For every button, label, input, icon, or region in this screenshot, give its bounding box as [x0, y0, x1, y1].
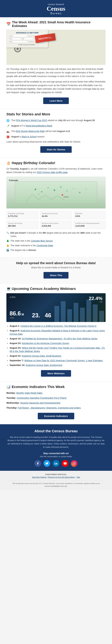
webinar-item-2: August 8: Analyzing Economic Disparities…: [10, 329, 105, 336]
stat-card-3: Education 9.0%: [74, 211, 105, 219]
form-title: INSURANCE CLAIM FORM: [9, 32, 46, 34]
hero-body-text-2: County statistics will be available by s…: [7, 80, 105, 94]
stats-item-3: 🏍️ The 83rd Sturgis Motorcycle Rally wil…: [7, 130, 105, 134]
colorado-fact-3: ⚠️ The state nickname is the Centennial …: [7, 244, 105, 247]
svg-rect-27: [73, 462, 76, 465]
stats-title: Stats for Stories and More: [7, 112, 105, 116]
breastfeeding-icon: 🍼: [7, 124, 10, 128]
svg-point-6: [41, 191, 42, 192]
learn-more-button[interactable]: Learn More: [43, 98, 69, 104]
more-webinars-button[interactable]: More Webinars: [41, 370, 71, 377]
svg-rect-22: [86, 300, 91, 322]
economic-indicators-button[interactable]: Economic Indicators: [38, 413, 74, 419]
backtoschool-link[interactable]: Back to School: [22, 135, 37, 138]
centennial-link[interactable]: Centennial State: [37, 244, 53, 247]
city-icon: 🏙️: [7, 248, 9, 252]
econ-link-1[interactable]: Monthly State Retail Sales: [16, 392, 42, 394]
youtube-icon[interactable]: [62, 460, 68, 467]
webinar-link-8[interactable]: Exploring Census Data: Employment: [26, 364, 62, 366]
econ-link-2[interactable]: Construction Spending (Construction Put …: [17, 397, 67, 399]
stat-card-6: Families and Living Arrangements 2,413,8…: [74, 221, 105, 229]
learn-more-container: Learn More: [7, 98, 105, 104]
motorcycle-icon: 🏍️: [7, 130, 10, 134]
svg-point-1: [16, 48, 19, 50]
help-link[interactable]: Help: [76, 476, 80, 478]
stats-item-1-text: The FIFA Women's World Cup 2023 started …: [11, 119, 95, 122]
share-btn-container: Share This: [7, 272, 105, 278]
about-section: About the Census Bureau We serve as the …: [0, 424, 112, 471]
share-subtitle: Share this on social media or forward it…: [7, 266, 105, 269]
map-svg: Denver: [7, 177, 105, 208]
colorado-intro: On Tuesday, August 1, we will celebrate …: [7, 167, 105, 174]
fifa-link[interactable]: FIFA Women's World Cup 2023: [16, 119, 47, 122]
colorado-facts: 🔍 Did you know? Colorado is the 8th larg…: [7, 231, 105, 252]
stats-for-stories-button[interactable]: Stats for Stories: [40, 146, 72, 153]
svg-rect-19: [67, 309, 72, 322]
footer-privacy: This email was sent to you by the U.S. C…: [7, 482, 105, 488]
econ-btn-container: Economic Indicators: [7, 413, 105, 419]
svg-rect-24: [99, 311, 104, 322]
social-connect-title: Stay connected with us!: [7, 452, 105, 455]
birthday-icon: 🎂: [7, 161, 11, 165]
webinar-link-1[interactable]: Charting the Course in a Shifting Econom…: [21, 325, 96, 327]
tree-icon: 🌲: [7, 239, 9, 242]
svg-text:Denver: Denver: [64, 196, 69, 198]
breastfeeding-link[interactable]: World Breastfeeding Week: [26, 124, 52, 127]
facebook-icon[interactable]: [34, 460, 41, 467]
svg-point-7: [48, 187, 49, 188]
svg-point-8: [54, 189, 55, 191]
colorado-fact-4: 🏙️ The largest city is Denver.: [7, 248, 105, 252]
webinar-title: 💻 Upcoming Census Academy Webinars: [7, 287, 105, 291]
webinar-link-6[interactable]: Exploring Census Data: Small Business: [22, 354, 61, 357]
warning-icon: ⚠️: [7, 244, 9, 247]
chart-icon: 📊: [7, 385, 11, 389]
social-icons-row: [7, 460, 105, 467]
webinar-link-7[interactable]: Webinar on New Data for 2022 American Co…: [25, 359, 103, 362]
webinar-link-5[interactable]: Where Did My Family Live? Finding Your F…: [10, 346, 105, 352]
stat-card-4: Income and Poverty $87,854: [7, 221, 38, 229]
magnify-icon: 🔍: [7, 231, 9, 234]
webinar-stat-3: 46: [45, 312, 51, 319]
stats-item-2: 🍼 August 1-7 is World Breastfeeding Week: [7, 124, 105, 128]
stat-card-2: Housing and Economy 44.4%: [40, 211, 72, 219]
webinar-link-2[interactable]: Analyzing Economic Disparities Related t…: [10, 329, 105, 335]
colorado-profile-link[interactable]: 2020 Census state profile page: [37, 171, 68, 174]
svg-rect-20: [74, 303, 78, 322]
econ-link-3[interactable]: Housing Vacancies and Homeownership: [20, 402, 60, 404]
svg-rect-23: [93, 304, 98, 322]
webinar-item-4: August 23: Introduction to the American …: [10, 342, 105, 345]
sturgis-link[interactable]: 83rd Sturgis Motorcycle Rally: [16, 130, 45, 132]
instagram-icon[interactable]: [71, 460, 78, 467]
linkedin-icon[interactable]: [53, 460, 59, 467]
webinar-stat-1-label: 120M: [10, 317, 24, 319]
blue-spruce-link[interactable]: Colorado Blue Spruce: [31, 240, 53, 242]
webinar-link-4[interactable]: Introduction to the American Community S…: [22, 342, 69, 344]
webinar-link-3[interactable]: OnTheMap for Emergency Management - It's…: [22, 337, 97, 340]
unsubscribe-link[interactable]: Remove me from All Subscriptions: [48, 476, 75, 478]
webinar-item-3: August 10: OnTheMap for Emergency Manage…: [10, 337, 105, 340]
webinar-item-7: September 7: Webinar on New Data for 202…: [10, 359, 105, 362]
subscribe-settings-link[interactable]: Subscribe Settings: [32, 476, 47, 478]
colorado-map: Colorado Denver: [7, 176, 105, 208]
econ-item-2: Tuesday: Construction Spending (Construc…: [7, 396, 105, 400]
svg-point-15: [62, 194, 63, 196]
stats-section: Stats for Stories and More 🌐 The FIFA Wo…: [0, 109, 112, 158]
webinar-item-8: September 14: Exploring Census Data: Emp…: [10, 364, 105, 367]
webinars-btn-container: More Webinars: [7, 370, 105, 377]
backtoschool-icon: 🎒: [7, 135, 10, 139]
social-connect-subtitle: Join the conversation on social media.: [7, 456, 105, 458]
header-census-title: Census: [2, 6, 110, 12]
econ-link-4[interactable]: Full Report - Manufacturers' Shipments, …: [18, 406, 81, 409]
form-field-health: Health...: [9, 41, 27, 43]
stats-item-1: 🌐 The FIFA Women's World Cup 2023 starte…: [7, 119, 105, 122]
econ-item-4: Thursday: Full Report - Manufacturers' S…: [7, 406, 105, 410]
twitter-icon[interactable]: [44, 460, 50, 467]
webinar-bar-label: 4.30%: [10, 296, 16, 298]
svg-point-12: [79, 192, 80, 193]
share-this-button[interactable]: Share This: [44, 272, 69, 278]
svg-point-13: [86, 189, 86, 190]
webinar-pct-badge: 22.4% 218: [89, 296, 102, 303]
hero-section: 📅 The Week Ahead: 2021 Small Area Health…: [0, 17, 112, 109]
stats-btn-container: Stats for Stories: [7, 146, 105, 153]
share-section: Help us spread the word about Census Bur…: [0, 257, 112, 284]
